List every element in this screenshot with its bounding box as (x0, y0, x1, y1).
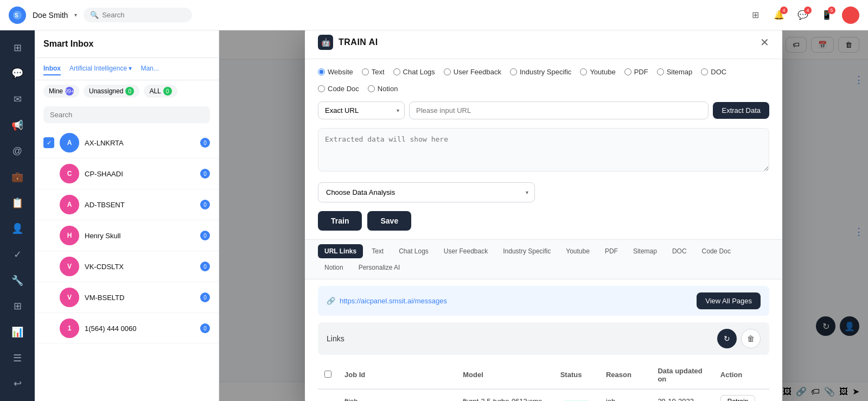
search-conv (35, 102, 219, 128)
save-button[interactable]: Save (367, 211, 411, 231)
list-item[interactable]: ✓ A AX-LNKRTA 0 (35, 128, 219, 158)
radio-text[interactable]: Text (362, 68, 385, 76)
conv-badge-henry: 0 (200, 231, 210, 240)
data-analysis-select[interactable]: Choose Data Analysis Sentiment Analysis … (318, 182, 535, 202)
radio-youtube[interactable]: Youtube (580, 68, 615, 76)
notification-bell-3[interactable]: 📱 5 (818, 7, 835, 24)
tab-notion[interactable]: Notion (318, 260, 350, 275)
list-item[interactable]: 1 1(564) 444 0060 0 (35, 313, 219, 344)
sidebar-item-list[interactable]: ☰ (7, 347, 28, 369)
train-button[interactable]: Train (318, 211, 362, 231)
col-reason: Reason (599, 361, 651, 389)
tab-sitemap[interactable]: Sitemap (627, 244, 663, 258)
svg-text:S: S (15, 12, 18, 18)
extract-data-button[interactable]: Extract Data (713, 102, 769, 119)
unassigned-count: 0 (125, 87, 134, 96)
radio-chat-logs[interactable]: Chat Logs (393, 68, 435, 76)
view-all-pages-button[interactable]: View All Pages (697, 292, 761, 309)
action-buttons: Train Save (305, 211, 782, 239)
sidebar-item-dashboard[interactable]: ⊞ (7, 37, 28, 59)
tab-man[interactable]: Man... (141, 62, 158, 75)
tab-ai[interactable]: Artificial Intelligence ▾ (69, 62, 132, 75)
tab-industry-specific[interactable]: Industry Specific (496, 244, 557, 258)
table-row: ftjob-lgmKkSFMFf7g9Snvx3sy8Wcz ft:gpt-3.… (318, 389, 769, 402)
sidebar-item-at[interactable]: @ (7, 141, 28, 162)
tab-youtube[interactable]: Youtube (559, 244, 596, 258)
tab-chat-logs[interactable]: Chat Logs (392, 244, 435, 258)
right-panel: 60 ▾ 🏷 📅 🗑 ↻ 👤 ⋮ ⋮ Credits: 0 😀 (219, 30, 868, 401)
mine-count: 99+ (65, 87, 74, 96)
delete-links-button[interactable]: 🗑 (741, 329, 761, 348)
radio-pdf[interactable]: PDF (624, 68, 648, 76)
search-bar[interactable]: 🔍 (84, 8, 192, 22)
sidebar-item-megaphone[interactable]: 📢 (7, 114, 28, 136)
conv-name-cp: CP-SHAADI (85, 170, 123, 178)
sidebar-item-grid[interactable]: ⊞ (7, 295, 28, 317)
list-item[interactable]: A AD-TBSENT 0 (35, 189, 219, 220)
filter-unassigned[interactable]: Unassigned 0 (84, 85, 139, 98)
sidebar-item-chat[interactable]: 💬 (7, 63, 28, 85)
train-ai-modal: 🤖 TRAIN AI ✕ Website Text (305, 30, 782, 401)
tab-code-doc[interactable]: Code Doc (695, 244, 737, 258)
conv-badge-cp: 0 (200, 169, 210, 179)
analysis-select-wrap: Choose Data Analysis Sentiment Analysis … (318, 182, 535, 202)
row-action: Retrain 🗑 (714, 389, 769, 402)
col-model: Model (456, 361, 553, 389)
notification-bell-1[interactable]: 🔔 4 (770, 7, 788, 24)
radio-website[interactable]: Website (318, 68, 353, 76)
filter-mine[interactable]: Mine 99+ (43, 85, 79, 98)
url-type-select[interactable]: Exact URL All Pages Sitemap (318, 101, 405, 119)
search-input[interactable] (102, 11, 178, 19)
tab-personalize-ai[interactable]: Personalize AI (352, 260, 407, 275)
list-item[interactable]: H Henry Skull 0 (35, 220, 219, 251)
app-container: S Doe Smith ▾ 🔍 ⊞ 🔔 4 💬 4 📱 5 (0, 0, 868, 401)
list-item[interactable]: C CP-SHAADI 0 (35, 158, 219, 189)
url-input[interactable] (409, 101, 709, 119)
list-item[interactable]: V VK-CDSLTX 0 (35, 251, 219, 282)
checkbox-ax[interactable]: ✓ (43, 137, 54, 148)
user-avatar[interactable] (842, 7, 859, 24)
sidebar-item-check[interactable]: ✓ (7, 244, 28, 265)
list-item[interactable]: V VM-BSELTD 0 (35, 282, 219, 313)
notification-badge-1: 4 (780, 7, 788, 14)
tab-doc[interactable]: DOC (666, 244, 693, 258)
logo-area: S (9, 7, 26, 24)
avatar-ax: A (60, 133, 79, 152)
conv-name-phone: 1(564) 444 0060 (85, 324, 136, 333)
filter-all[interactable]: ALL 0 (144, 85, 177, 98)
sidebar-item-email[interactable]: ✉ (7, 88, 28, 110)
conv-search-input[interactable] (43, 106, 210, 123)
inbox-tabs: Inbox Artificial Intelligence ▾ Man... (35, 58, 219, 80)
inbox-title: Smart Inbox (43, 39, 93, 48)
conv-name-ad: AD-TBSENT (85, 201, 125, 209)
radio-doc[interactable]: DOC (701, 68, 726, 76)
sidebar-item-chart[interactable]: 📊 (7, 321, 28, 343)
radio-sitemap[interactable]: Sitemap (657, 68, 693, 76)
tab-text[interactable]: Text (365, 244, 390, 258)
avatar-vk: V (60, 257, 79, 276)
conv-badge-vk: 0 (200, 262, 210, 271)
tab-pdf[interactable]: PDF (598, 244, 624, 258)
select-all-checkbox[interactable] (324, 371, 331, 378)
analysis-row: Choose Data Analysis Sentiment Analysis … (305, 182, 782, 211)
extracted-data-textarea[interactable] (318, 128, 769, 171)
col-action: Action (714, 361, 769, 389)
radio-notion[interactable]: Notion (368, 85, 398, 93)
grid-icon-btn[interactable]: ⊞ (746, 7, 764, 24)
refresh-links-button[interactable]: ↻ (717, 329, 737, 348)
sidebar-item-clipboard[interactable]: 📋 (7, 192, 28, 214)
radio-user-feedback[interactable]: User Feedback (444, 68, 501, 76)
sidebar-item-exit[interactable]: ↩ (7, 373, 28, 394)
notification-bell-2[interactable]: 💬 4 (794, 7, 812, 24)
tab-user-feedback[interactable]: User Feedback (437, 244, 494, 258)
search-icon: 🔍 (90, 11, 99, 19)
sidebar-item-tool[interactable]: 🔧 (7, 270, 28, 291)
tab-inbox[interactable]: Inbox (43, 62, 61, 75)
radio-industry-specific[interactable]: Industry Specific (510, 68, 571, 76)
tab-url-links[interactable]: URL Links (318, 244, 363, 258)
retrain-button[interactable]: Retrain (720, 395, 756, 402)
modal-close-button[interactable]: ✕ (760, 36, 769, 49)
sidebar-item-briefcase[interactable]: 💼 (7, 166, 28, 188)
radio-code-doc[interactable]: Code Doc (318, 85, 359, 93)
sidebar-item-person[interactable]: 👤 (7, 218, 28, 239)
